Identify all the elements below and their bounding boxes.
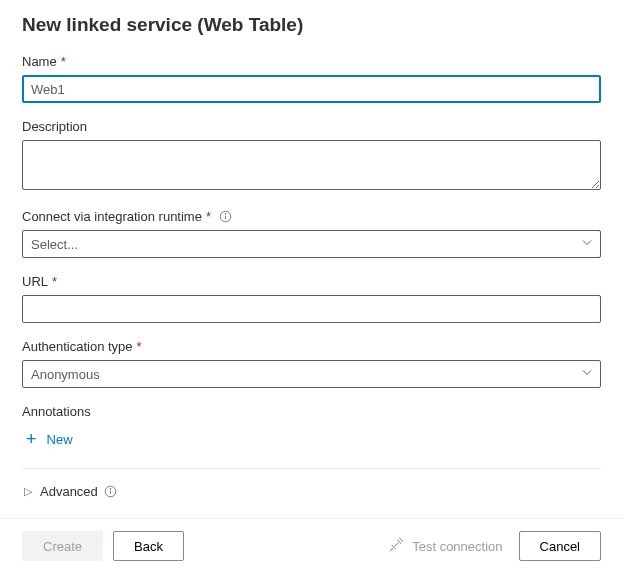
name-label: Name * bbox=[22, 54, 601, 69]
runtime-label: Connect via integration runtime * bbox=[22, 209, 601, 224]
url-input[interactable] bbox=[22, 295, 601, 323]
test-connection-button: Test connection bbox=[389, 537, 502, 555]
url-label: URL * bbox=[22, 274, 601, 289]
auth-type-field: Authentication type * Anonymous bbox=[22, 339, 601, 388]
required-asterisk: * bbox=[206, 209, 211, 224]
page-title: New linked service (Web Table) bbox=[22, 14, 601, 36]
name-field: Name * bbox=[22, 54, 601, 103]
url-field: URL * bbox=[22, 274, 601, 323]
plus-icon: + bbox=[26, 429, 37, 450]
description-label: Description bbox=[22, 119, 601, 134]
auth-type-label: Authentication type * bbox=[22, 339, 601, 354]
advanced-expander[interactable]: ▷ Advanced bbox=[24, 484, 117, 499]
chevron-right-icon: ▷ bbox=[24, 485, 32, 498]
info-icon[interactable] bbox=[104, 485, 117, 498]
footer: Create Back Test connection Cancel bbox=[0, 518, 623, 573]
create-button: Create bbox=[22, 531, 103, 561]
back-button[interactable]: Back bbox=[113, 531, 184, 561]
runtime-field: Connect via integration runtime * Select… bbox=[22, 209, 601, 258]
name-input[interactable] bbox=[22, 75, 601, 103]
plug-icon bbox=[389, 537, 404, 555]
add-annotation-button[interactable]: + New bbox=[26, 429, 73, 450]
cancel-button[interactable]: Cancel bbox=[519, 531, 601, 561]
auth-type-select[interactable]: Anonymous bbox=[22, 360, 601, 388]
description-field: Description bbox=[22, 119, 601, 193]
required-asterisk: * bbox=[137, 339, 142, 354]
svg-point-5 bbox=[110, 488, 111, 489]
annotations-label: Annotations bbox=[22, 404, 601, 419]
runtime-select[interactable]: Select... bbox=[22, 230, 601, 258]
svg-point-2 bbox=[225, 213, 226, 214]
annotations-field: Annotations + New bbox=[22, 404, 601, 450]
required-asterisk: * bbox=[52, 274, 57, 289]
info-icon[interactable] bbox=[219, 210, 232, 223]
description-input[interactable] bbox=[22, 140, 601, 190]
divider bbox=[22, 468, 601, 469]
required-asterisk: * bbox=[61, 54, 66, 69]
